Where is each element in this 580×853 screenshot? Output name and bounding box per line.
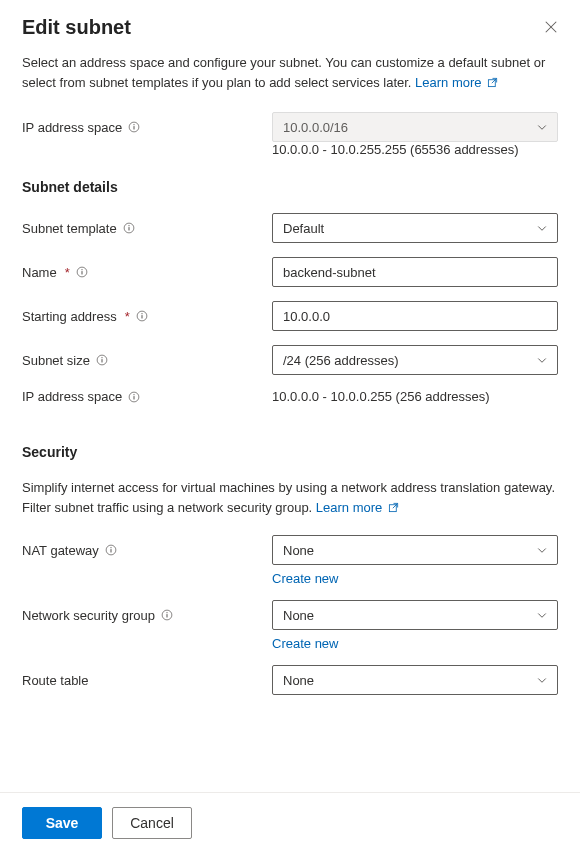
description-text: Select an address space and configure yo… <box>22 53 558 92</box>
route-table-value: None <box>283 673 314 688</box>
nsg-create-new-link[interactable]: Create new <box>272 636 338 651</box>
external-link-icon <box>388 502 399 513</box>
security-learn-more-label: Learn more <box>316 500 382 515</box>
ip-range-value: 10.0.0.0 - 10.0.0.255 (256 addresses) <box>272 389 558 404</box>
required-indicator: * <box>125 309 130 324</box>
nat-gateway-value: None <box>283 543 314 558</box>
learn-more-link[interactable]: Learn more <box>415 75 498 90</box>
info-icon[interactable] <box>76 266 88 278</box>
ip-space-range: 10.0.0.0 - 10.0.255.255 (65536 addresses… <box>272 142 558 157</box>
starting-address-label: Starting address <box>22 309 117 324</box>
external-link-icon <box>487 77 498 88</box>
save-button[interactable]: Save <box>22 807 102 839</box>
page-title: Edit subnet <box>22 16 131 39</box>
learn-more-label: Learn more <box>415 75 481 90</box>
subnet-template-select[interactable]: Default <box>272 213 558 243</box>
info-icon[interactable] <box>128 391 140 403</box>
subnet-size-label: Subnet size <box>22 353 90 368</box>
security-description: Simplify internet access for virtual mac… <box>22 478 558 517</box>
subnet-size-select[interactable]: /24 (256 addresses) <box>272 345 558 375</box>
name-label: Name <box>22 265 57 280</box>
subnet-template-label: Subnet template <box>22 221 117 236</box>
nsg-select[interactable]: None <box>272 600 558 630</box>
subnet-details-heading: Subnet details <box>22 179 558 195</box>
route-table-select[interactable]: None <box>272 665 558 695</box>
nsg-label: Network security group <box>22 608 155 623</box>
subnet-template-value: Default <box>283 221 324 236</box>
required-indicator: * <box>65 265 70 280</box>
ip-space-label: IP address space <box>22 120 122 135</box>
close-icon[interactable] <box>544 20 558 34</box>
info-icon[interactable] <box>96 354 108 366</box>
info-icon[interactable] <box>161 609 173 621</box>
info-icon[interactable] <box>128 121 140 133</box>
nat-gateway-select[interactable]: None <box>272 535 558 565</box>
info-icon[interactable] <box>136 310 148 322</box>
nat-gateway-label: NAT gateway <box>22 543 99 558</box>
info-icon[interactable] <box>105 544 117 556</box>
subnet-size-value: /24 (256 addresses) <box>283 353 399 368</box>
ip-range-label: IP address space <box>22 389 122 404</box>
security-heading: Security <box>22 444 558 460</box>
name-input[interactable] <box>272 257 558 287</box>
nat-create-new-link[interactable]: Create new <box>272 571 338 586</box>
ip-space-select[interactable]: 10.0.0.0/16 <box>272 112 558 142</box>
info-icon[interactable] <box>123 222 135 234</box>
ip-space-value: 10.0.0.0/16 <box>283 120 348 135</box>
cancel-button[interactable]: Cancel <box>112 807 192 839</box>
starting-address-input[interactable] <box>272 301 558 331</box>
security-desc-body: Simplify internet access for virtual mac… <box>22 480 555 515</box>
nsg-value: None <box>283 608 314 623</box>
route-table-label: Route table <box>22 673 89 688</box>
security-learn-more-link[interactable]: Learn more <box>316 500 399 515</box>
